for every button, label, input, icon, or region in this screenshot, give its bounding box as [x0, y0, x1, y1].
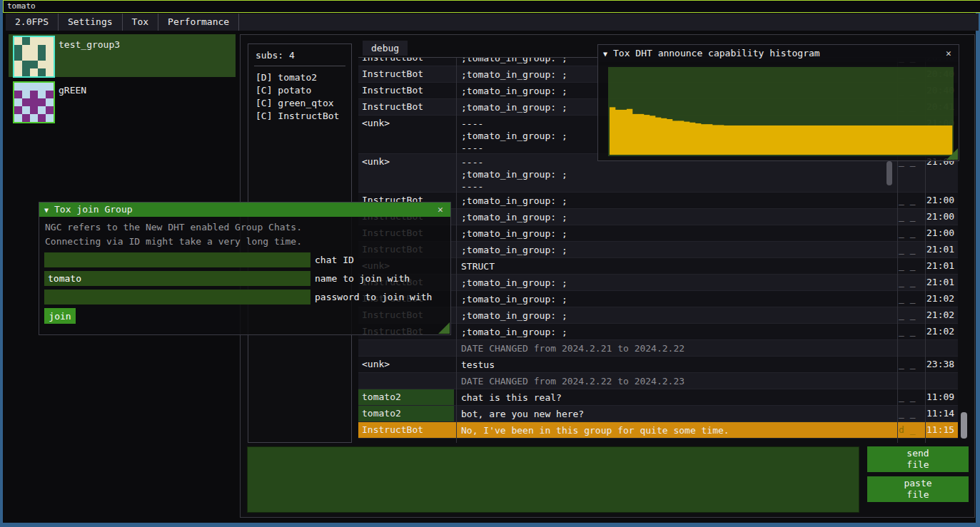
timestamp: 21:01	[926, 244, 954, 255]
subs-member-list: [D] tomato2[C] potato[C] green_qtox[C] I…	[256, 71, 339, 123]
subs-member: [C] InstructBot	[256, 110, 339, 123]
timestamp: 21:02	[926, 309, 954, 320]
join-group-window: ▼Tox join Group ✕ NGC refers to the New …	[39, 202, 451, 335]
sender-name[interactable]: InstructBot	[358, 83, 454, 98]
subs-count: subs: 4	[256, 50, 295, 61]
sender-name[interactable]: <unk>	[358, 154, 454, 192]
sender-name[interactable]: InstructBot	[358, 99, 454, 115]
chat-row[interactable]: tomato2chat is this real?_ _11:09	[358, 389, 958, 406]
message-text: ;tomato_in_group: ;	[461, 309, 896, 322]
message-input[interactable]	[247, 446, 859, 513]
message-text: ---- ;tomato_in_group: ; ----	[461, 156, 896, 193]
delivery-flags: _ _	[899, 244, 923, 255]
close-icon[interactable]: ✕	[435, 203, 446, 217]
group-name-label: test_group3	[59, 39, 120, 50]
message-text: bot, are you new here?	[461, 408, 896, 420]
paste-file-button[interactable]: paste file	[867, 476, 969, 502]
sender-name[interactable]: InstructBot	[358, 58, 454, 66]
message-text: ;tomato_in_group: ;	[461, 227, 896, 240]
message-text: ;tomato_in_group: ;	[461, 211, 896, 223]
tab-debug[interactable]: debug	[363, 41, 408, 56]
collapse-icon[interactable]: ▼	[44, 203, 49, 218]
chat-row[interactable]: tomato2bot, are you new here?_ _11:14	[358, 406, 958, 422]
chat-row[interactable]: InstructBotNo, I've been in this group f…	[358, 422, 958, 439]
sender-name[interactable]: tomato2	[358, 389, 454, 405]
field-label: name to join with	[315, 273, 410, 284]
menu-item-tox[interactable]: Tox	[123, 14, 158, 31]
window-title: tomato	[7, 1, 36, 11]
message-text: ;tomato_in_group: ;	[461, 293, 896, 305]
send-file-button[interactable]: send file	[867, 446, 969, 472]
resize-grip[interactable]	[946, 148, 958, 160]
timestamp: 21:01	[926, 277, 954, 287]
delivery-flags: _ _	[899, 195, 923, 205]
message-text: ;tomato_in_group: ;	[461, 326, 896, 338]
ngc-info-line1: NGC refers to the New DHT enabled Group …	[45, 222, 302, 232]
chat-scrollbar-thumb[interactable]	[886, 161, 892, 185]
chat-row[interactable]: DATE CHANGED from 2024.2.21 to 2024.2.22	[358, 340, 958, 357]
dht-histogram-window: ▼Tox DHT announce capability histogram ✕	[597, 44, 959, 161]
chat-row[interactable]: DATE CHANGED from 2024.2.22 to 2024.2.23	[358, 373, 958, 389]
menu-bar: 2.0FPS SettingsToxPerformance	[6, 14, 979, 31]
sender-name[interactable]: InstructBot	[358, 422, 454, 438]
panel-scrollbar-thumb[interactable]	[961, 412, 967, 439]
group-name-label: gREEN	[59, 85, 86, 96]
subs-member: [C] green_qtox	[256, 97, 339, 110]
delivery-flags: _ _	[899, 227, 923, 238]
timestamp: 11:14	[926, 408, 954, 419]
delivery-flags: _ _	[899, 359, 923, 369]
timestamp: 21:02	[926, 293, 954, 304]
chat-row[interactable]: <unk>testus_ _23:38	[358, 357, 958, 373]
join-button[interactable]: join	[44, 308, 76, 324]
delivery-flags: _ _	[899, 211, 923, 222]
join-field-row: chat ID	[44, 252, 310, 267]
histogram-window-titlebar: ▼Tox DHT announce capability histogram ✕	[598, 45, 959, 62]
join-name-input[interactable]	[44, 271, 310, 286]
separator	[254, 66, 345, 66]
join-field-row: name to join with	[44, 271, 310, 286]
delivery-flags: _ _	[899, 277, 923, 287]
menu-item-performance[interactable]: Performance	[158, 14, 239, 31]
message-text: ;tomato_in_group: ;	[461, 244, 896, 256]
join-window-title: Tox join Group	[54, 204, 133, 215]
join-field-row: password to join with	[44, 290, 310, 305]
timestamp: 11:09	[926, 392, 954, 402]
histogram-window-title: Tox DHT announce capability histogram	[613, 48, 820, 58]
collapse-icon[interactable]: ▼	[603, 46, 607, 63]
resize-grip[interactable]	[438, 322, 450, 334]
message-text: ;tomato_in_group: ;	[461, 195, 896, 207]
timestamp: 21:00	[926, 211, 954, 222]
histogram-plot	[608, 67, 954, 156]
sender-name[interactable]: InstructBot	[358, 66, 454, 82]
delivery-flags: _ _	[899, 392, 923, 402]
timestamp: 21:00	[926, 195, 954, 205]
sender-name[interactable]: <unk>	[358, 357, 454, 372]
message-text: STRUCT	[461, 260, 896, 272]
group-item-gREEN[interactable]: gREEN	[9, 80, 236, 123]
message-text: No, I've been in this group for quite so…	[461, 424, 896, 436]
system-message: DATE CHANGED from 2024.2.21 to 2024.2.22	[461, 342, 896, 354]
delivery-flags: _ _	[899, 326, 923, 337]
delivery-flags: d _	[899, 424, 923, 435]
delivery-flags: _ _	[899, 260, 923, 271]
close-icon[interactable]: ✕	[943, 45, 954, 62]
subs-member: [C] potato	[256, 84, 339, 97]
chat-id-input[interactable]	[44, 252, 310, 267]
menu-item-settings[interactable]: Settings	[59, 14, 123, 31]
message-text: ;tomato_in_group: ;	[461, 277, 896, 289]
group-avatar	[13, 36, 55, 78]
sender-name[interactable]: tomato2	[358, 406, 454, 421]
message-text: chat is this real?	[461, 392, 896, 404]
fps-counter: 2.0FPS	[6, 14, 59, 31]
timestamp: 21:01	[926, 260, 954, 271]
sender-name[interactable]: <unk>	[358, 116, 454, 153]
delivery-flags: _ _	[899, 309, 923, 320]
delivery-flags: _ _	[899, 293, 923, 304]
field-label: password to join with	[315, 292, 432, 302]
ngc-info-line2: Connecting via ID might take a very long…	[45, 236, 302, 247]
delivery-flags: _ _	[899, 408, 923, 419]
app-window: tomato 2.0FPS SettingsToxPerformance tes…	[0, 0, 980, 527]
message-text: testus	[461, 359, 896, 371]
group-item-test_group3[interactable]: test_group3	[9, 34, 236, 77]
join-password-input[interactable]	[44, 290, 310, 305]
